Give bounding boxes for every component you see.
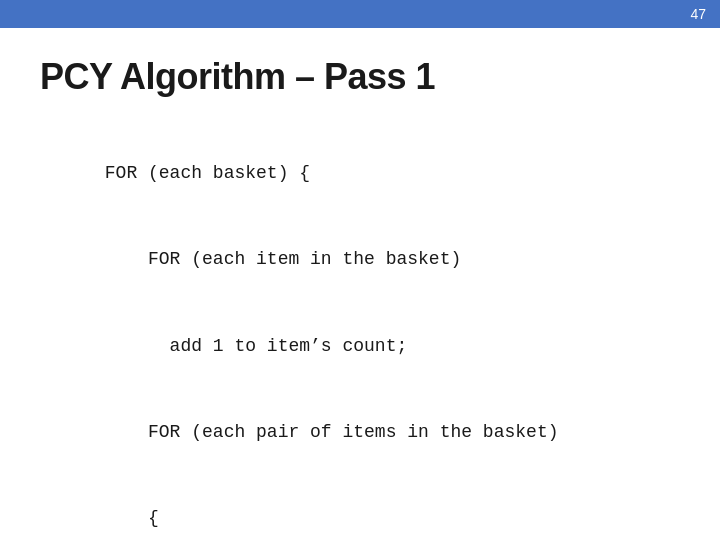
slide-content: PCY Algorithm – Pass 1 FOR (each basket)… xyxy=(0,28,720,540)
code-block: FOR (each basket) { FOR (each item in th… xyxy=(40,130,680,540)
slide-container: 47 PCY Algorithm – Pass 1 FOR (each bask… xyxy=(0,0,720,540)
code-line-1: FOR (each basket) { xyxy=(105,163,310,183)
code-line-5: { xyxy=(105,508,159,528)
code-line-4: FOR (each pair of items in the basket) xyxy=(105,422,559,442)
top-bar: 47 xyxy=(0,0,720,28)
slide-number: 47 xyxy=(690,6,706,22)
slide-title: PCY Algorithm – Pass 1 xyxy=(40,56,680,98)
code-line-3: add 1 to item’s count; xyxy=(105,336,407,356)
code-line-2: FOR (each item in the basket) xyxy=(105,249,461,269)
